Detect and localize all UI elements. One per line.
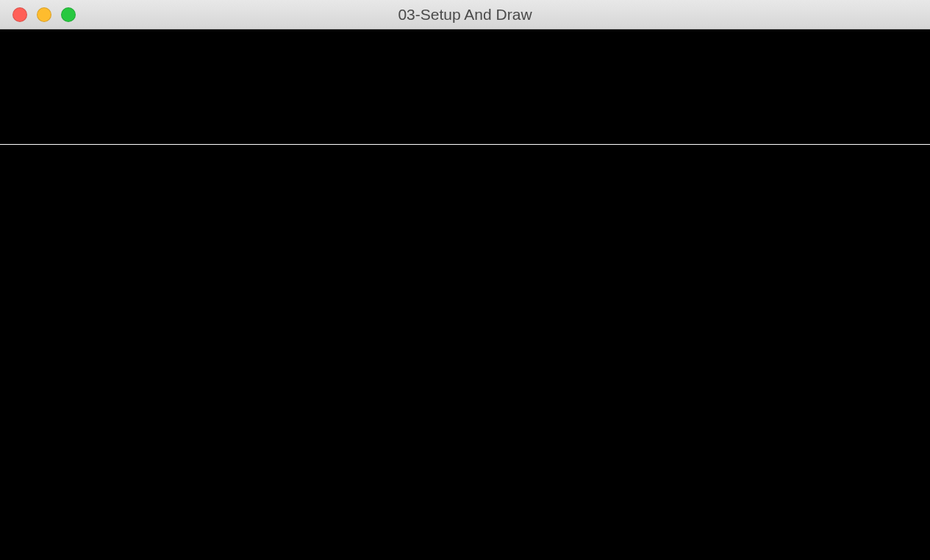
zoom-button[interactable] (61, 7, 76, 22)
drawn-line (0, 144, 930, 145)
window-title: 03-Setup And Draw (398, 6, 532, 24)
close-button[interactable] (12, 7, 27, 22)
traffic-lights-group (0, 7, 76, 22)
canvas-area (0, 29, 930, 560)
window-titlebar: 03-Setup And Draw (0, 0, 930, 29)
minimize-button[interactable] (37, 7, 51, 22)
